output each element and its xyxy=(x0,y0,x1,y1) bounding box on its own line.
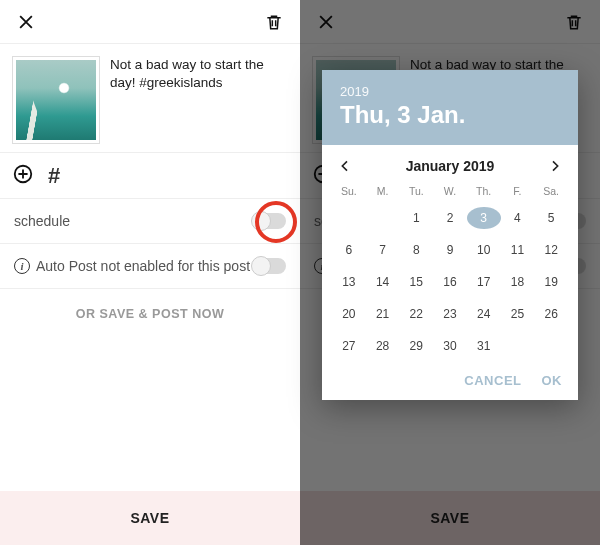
calendar-day[interactable]: 31 xyxy=(467,335,501,357)
calendar-day[interactable]: 11 xyxy=(501,239,535,261)
calendar-dow: Sa. xyxy=(534,185,568,197)
picker-actions: CANCEL OK xyxy=(322,365,578,400)
topbar xyxy=(0,0,300,44)
save-button-label: SAVE xyxy=(130,510,169,526)
schedule-label: schedule xyxy=(14,213,70,229)
calendar-grid: Su.M.Tu.W.Th.F.Sa.1234567891011121314151… xyxy=(322,181,578,365)
calendar-day[interactable]: 19 xyxy=(534,271,568,293)
calendar-dow: F. xyxy=(501,185,535,197)
calendar-day[interactable]: 14 xyxy=(366,271,400,293)
close-icon[interactable] xyxy=(12,8,40,36)
hashtag-icon[interactable]: # xyxy=(48,165,70,187)
picker-year[interactable]: 2019 xyxy=(340,84,560,99)
autopost-label: Auto Post not enabled for this post xyxy=(36,258,250,274)
or-save-post-label[interactable]: OR SAVE & POST NOW xyxy=(0,289,300,339)
calendar-day[interactable]: 28 xyxy=(366,335,400,357)
calendar-day[interactable]: 22 xyxy=(399,303,433,325)
calendar-day[interactable]: 12 xyxy=(534,239,568,261)
composer-area: Not a bad way to start the day! #greekis… xyxy=(0,44,300,153)
calendar-day[interactable]: 9 xyxy=(433,239,467,261)
add-icon[interactable] xyxy=(12,163,34,188)
compose-screen-left: Not a bad way to start the day! #greekis… xyxy=(0,0,300,545)
calendar-day[interactable]: 17 xyxy=(467,271,501,293)
info-icon: i xyxy=(14,258,30,274)
calendar-dow: M. xyxy=(366,185,400,197)
calendar-day[interactable]: 18 xyxy=(501,271,535,293)
calendar-dow: Su. xyxy=(332,185,366,197)
calendar-dow: Th. xyxy=(467,185,501,197)
calendar-day[interactable]: 2 xyxy=(433,207,467,229)
attach-row: # xyxy=(0,153,300,199)
calendar-day[interactable]: 20 xyxy=(332,303,366,325)
calendar-dow: Tu. xyxy=(399,185,433,197)
calendar-day[interactable]: 27 xyxy=(332,335,366,357)
calendar-day[interactable]: 10 xyxy=(467,239,501,261)
calendar-day[interactable]: 4 xyxy=(501,207,535,229)
schedule-row: schedule xyxy=(0,199,300,244)
calendar-day[interactable]: 16 xyxy=(433,271,467,293)
autopost-toggle[interactable] xyxy=(252,258,286,274)
date-picker-modal: 2019 Thu, 3 Jan. January 2019 Su.M.Tu.W.… xyxy=(322,70,578,400)
calendar-day[interactable]: 23 xyxy=(433,303,467,325)
calendar-day[interactable]: 13 xyxy=(332,271,366,293)
trash-icon[interactable] xyxy=(260,8,288,36)
date-picker-header: 2019 Thu, 3 Jan. xyxy=(322,70,578,145)
chevron-left-icon[interactable] xyxy=(334,155,356,177)
calendar-day[interactable]: 3 xyxy=(467,207,501,229)
calendar-nav: January 2019 xyxy=(322,145,578,181)
post-thumbnail[interactable] xyxy=(12,56,100,144)
calendar-day[interactable]: 1 xyxy=(399,207,433,229)
calendar-day[interactable]: 30 xyxy=(433,335,467,357)
calendar-day[interactable]: 5 xyxy=(534,207,568,229)
calendar-day[interactable]: 25 xyxy=(501,303,535,325)
calendar-day[interactable]: 15 xyxy=(399,271,433,293)
ok-button[interactable]: OK xyxy=(542,373,563,388)
calendar-day[interactable]: 8 xyxy=(399,239,433,261)
calendar-month-label: January 2019 xyxy=(406,158,495,174)
compose-screen-right: Not a bad way to start the day! #greekis… xyxy=(300,0,600,545)
picker-selected-date[interactable]: Thu, 3 Jan. xyxy=(340,101,560,129)
chevron-right-icon[interactable] xyxy=(544,155,566,177)
save-button[interactable]: SAVE xyxy=(0,491,300,545)
calendar-day[interactable]: 24 xyxy=(467,303,501,325)
calendar-day[interactable]: 21 xyxy=(366,303,400,325)
calendar-day[interactable]: 6 xyxy=(332,239,366,261)
caption-text[interactable]: Not a bad way to start the day! #greekis… xyxy=(110,56,288,144)
calendar-day[interactable]: 7 xyxy=(366,239,400,261)
schedule-toggle[interactable] xyxy=(252,213,286,229)
cancel-button[interactable]: CANCEL xyxy=(464,373,521,388)
calendar-day[interactable]: 29 xyxy=(399,335,433,357)
calendar-dow: W. xyxy=(433,185,467,197)
calendar-day[interactable]: 26 xyxy=(534,303,568,325)
autopost-row: i Auto Post not enabled for this post xyxy=(0,244,300,289)
